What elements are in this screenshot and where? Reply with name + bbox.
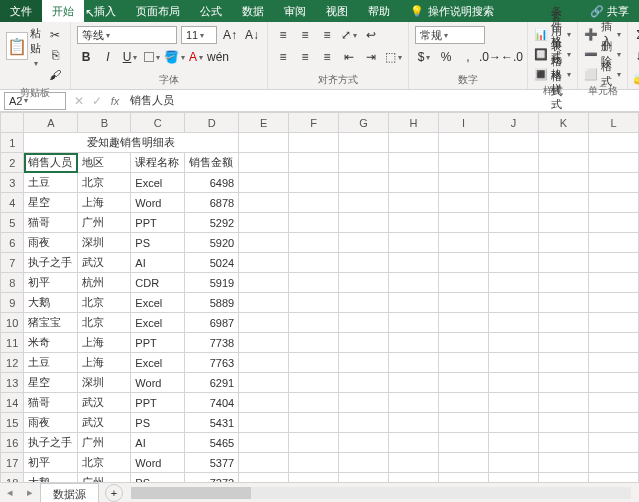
cell[interactable] xyxy=(289,313,339,333)
cell[interactable] xyxy=(439,193,489,213)
cell[interactable] xyxy=(588,373,638,393)
cell[interactable]: 7763 xyxy=(185,353,239,373)
row-header[interactable]: 5 xyxy=(1,213,24,233)
cell[interactable] xyxy=(389,133,439,153)
cell[interactable] xyxy=(538,233,588,253)
cell[interactable]: 星空 xyxy=(24,373,78,393)
row-header[interactable]: 4 xyxy=(1,193,24,213)
cell[interactable] xyxy=(489,233,539,253)
cell[interactable] xyxy=(339,373,389,393)
number-format-select[interactable]: 常规 xyxy=(415,26,485,44)
cell[interactable]: 7404 xyxy=(185,393,239,413)
cell[interactable] xyxy=(389,373,439,393)
tab-insert[interactable]: 插入 xyxy=(84,0,126,22)
cell[interactable] xyxy=(339,193,389,213)
cell[interactable] xyxy=(489,393,539,413)
fx-icon[interactable]: fx xyxy=(106,95,124,107)
cell[interactable]: 土豆 xyxy=(24,353,78,373)
tab-layout[interactable]: 页面布局 xyxy=(126,0,190,22)
cell[interactable] xyxy=(289,353,339,373)
header-cell[interactable]: 课程名称 xyxy=(131,153,185,173)
cell[interactable] xyxy=(489,333,539,353)
row-header[interactable]: 16 xyxy=(1,433,24,453)
cell[interactable]: 执子之手 xyxy=(24,433,78,453)
header-cell[interactable]: 销售金额 xyxy=(185,153,239,173)
cell[interactable] xyxy=(339,133,389,153)
cell[interactable] xyxy=(538,193,588,213)
cell[interactable]: AI xyxy=(131,433,185,453)
cell[interactable] xyxy=(339,173,389,193)
wrap-button[interactable]: ↩ xyxy=(362,26,380,44)
cell[interactable] xyxy=(489,253,539,273)
fill-color-button[interactable]: 🪣 xyxy=(165,48,183,66)
cell[interactable] xyxy=(489,133,539,153)
cell[interactable] xyxy=(239,233,289,253)
row-header[interactable]: 10 xyxy=(1,313,24,333)
cell[interactable]: 深圳 xyxy=(78,233,131,253)
inc-decimal-button[interactable]: .0→ xyxy=(481,48,499,66)
cell[interactable] xyxy=(289,193,339,213)
cell[interactable]: Word xyxy=(131,193,185,213)
cell[interactable]: 大鹅 xyxy=(24,293,78,313)
select-all-corner[interactable] xyxy=(1,113,24,133)
cell[interactable] xyxy=(588,133,638,153)
cell[interactable]: 6878 xyxy=(185,193,239,213)
title-cell[interactable]: 爱知趣销售明细表 xyxy=(24,133,239,153)
cell[interactable] xyxy=(339,353,389,373)
cell[interactable]: 上海 xyxy=(78,353,131,373)
cell[interactable] xyxy=(489,213,539,233)
cell[interactable]: Word xyxy=(131,373,185,393)
cell[interactable] xyxy=(439,233,489,253)
cell[interactable] xyxy=(538,313,588,333)
cell[interactable]: 执子之手 xyxy=(24,253,78,273)
cell[interactable]: 7738 xyxy=(185,333,239,353)
cell[interactable] xyxy=(339,473,389,483)
row-header[interactable]: 14 xyxy=(1,393,24,413)
cell[interactable] xyxy=(588,413,638,433)
cell[interactable] xyxy=(538,453,588,473)
add-sheet-button[interactable]: + xyxy=(105,484,123,502)
cell[interactable] xyxy=(389,473,439,483)
cell[interactable]: 初平 xyxy=(24,453,78,473)
cell[interactable] xyxy=(339,153,389,173)
cell[interactable] xyxy=(389,173,439,193)
col-header-K[interactable]: K xyxy=(538,113,588,133)
cell[interactable] xyxy=(339,413,389,433)
cell[interactable]: 大鹅 xyxy=(24,473,78,483)
cell[interactable] xyxy=(489,173,539,193)
cell[interactable] xyxy=(439,273,489,293)
cell[interactable] xyxy=(389,293,439,313)
tab-home[interactable]: 开始 xyxy=(42,0,84,22)
tab-view[interactable]: 视图 xyxy=(316,0,358,22)
cell[interactable]: 5024 xyxy=(185,253,239,273)
align-right-button[interactable]: ≡ xyxy=(318,48,336,66)
cell[interactable]: 初平 xyxy=(24,273,78,293)
align-center-button[interactable]: ≡ xyxy=(296,48,314,66)
cell[interactable] xyxy=(389,433,439,453)
cell[interactable] xyxy=(389,273,439,293)
cell[interactable] xyxy=(489,313,539,333)
cell[interactable] xyxy=(339,273,389,293)
cell[interactable]: 5465 xyxy=(185,433,239,453)
cell[interactable]: 广州 xyxy=(78,433,131,453)
cell[interactable] xyxy=(289,453,339,473)
cell[interactable] xyxy=(239,433,289,453)
cell[interactable] xyxy=(439,373,489,393)
cell[interactable] xyxy=(289,153,339,173)
italic-button[interactable]: I xyxy=(99,48,117,66)
cell[interactable] xyxy=(538,213,588,233)
cell[interactable] xyxy=(489,153,539,173)
worksheet-grid[interactable]: ABCDEFGHIJKL1爱知趣销售明细表2销售人员地区课程名称销售金额3土豆北… xyxy=(0,112,639,482)
cell[interactable]: 星空 xyxy=(24,193,78,213)
cell[interactable] xyxy=(439,333,489,353)
col-header-L[interactable]: L xyxy=(588,113,638,133)
cell[interactable] xyxy=(538,473,588,483)
cell[interactable] xyxy=(538,393,588,413)
cell[interactable] xyxy=(339,333,389,353)
align-middle-button[interactable]: ≡ xyxy=(296,26,314,44)
cell[interactable] xyxy=(239,273,289,293)
cell[interactable]: PPT xyxy=(131,393,185,413)
cell[interactable]: Excel xyxy=(131,313,185,333)
cell[interactable] xyxy=(289,133,339,153)
cell[interactable] xyxy=(239,133,289,153)
